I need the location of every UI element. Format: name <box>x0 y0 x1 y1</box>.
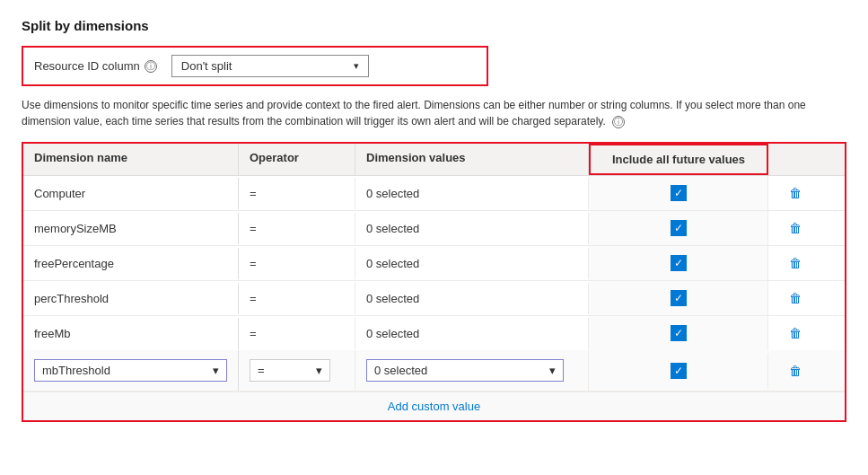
add-custom-link[interactable]: Add custom value <box>388 400 480 413</box>
row-1-delete: 🗑 <box>768 212 822 244</box>
resource-id-section: Resource ID column ⓘ Don't split ▾ <box>22 46 488 86</box>
last-table-row: mbThreshold ▾ = ▾ 0 selected ▾ 🗑 <box>23 350 845 391</box>
last-row-values-cell: 0 selected ▾ <box>355 350 589 391</box>
table-row: freeMb = 0 selected 🗑 <box>23 316 845 350</box>
description-text: Use dimensions to monitor specific time … <box>22 97 829 129</box>
row-3-operator: = <box>239 283 355 314</box>
row-3-delete: 🗑 <box>768 282 822 314</box>
row-2-include <box>589 246 768 280</box>
row-0-delete: 🗑 <box>768 177 822 209</box>
row-2-name: freePercentage <box>23 248 239 279</box>
last-row-include-cell <box>589 354 768 388</box>
row-4-values: 0 selected <box>355 318 589 349</box>
resource-id-label: Resource ID column ⓘ <box>34 59 157 73</box>
last-row-values-value: 0 selected <box>374 364 427 377</box>
resource-id-dropdown-arrow: ▾ <box>354 60 359 72</box>
row-0-operator: = <box>239 178 355 209</box>
last-row-values-arrow: ▾ <box>549 364 556 377</box>
last-row-name-arrow: ▾ <box>213 364 219 377</box>
header-delete <box>768 144 822 175</box>
row-2-delete: 🗑 <box>768 247 822 279</box>
row-2-delete-icon[interactable]: 🗑 <box>789 256 802 270</box>
last-row-delete-cell: 🗑 <box>768 355 822 387</box>
resource-id-info-icon[interactable]: ⓘ <box>145 60 157 73</box>
last-row-name-cell: mbThreshold ▾ <box>23 350 239 391</box>
row-0-delete-icon[interactable]: 🗑 <box>789 186 802 200</box>
row-3-checkbox[interactable] <box>671 290 687 306</box>
header-dimension-values: Dimension values <box>355 144 589 175</box>
row-4-include <box>589 316 768 350</box>
row-1-values: 0 selected <box>355 213 589 244</box>
table-row: memorySizeMB = 0 selected 🗑 <box>23 211 845 246</box>
last-row-operator-value: = <box>258 364 265 377</box>
description-info-icon[interactable]: ⓘ <box>612 116 625 128</box>
table-rows-container: Computer = 0 selected 🗑 memorySizeMB = 0… <box>23 176 845 350</box>
row-1-name: memorySizeMB <box>23 213 239 244</box>
last-row-checkbox[interactable] <box>671 363 687 379</box>
row-3-delete-icon[interactable]: 🗑 <box>789 291 802 305</box>
last-row-name-value: mbThreshold <box>42 364 110 377</box>
row-3-name: percThreshold <box>23 283 239 314</box>
resource-id-dropdown[interactable]: Don't split ▾ <box>171 55 369 77</box>
last-row-delete-icon[interactable]: 🗑 <box>789 364 802 378</box>
last-row-name-dropdown[interactable]: mbThreshold ▾ <box>34 359 227 382</box>
dimensions-table: Dimension name Operator Dimension values… <box>22 142 846 422</box>
table-header: Dimension name Operator Dimension values… <box>23 144 845 176</box>
header-include-all-future: Include all future values <box>589 144 768 175</box>
last-row-operator-arrow: ▾ <box>316 364 322 377</box>
row-4-delete: 🗑 <box>768 317 822 349</box>
row-4-delete-icon[interactable]: 🗑 <box>789 326 802 340</box>
table-row: percThreshold = 0 selected 🗑 <box>23 281 845 316</box>
resource-id-text: Resource ID column <box>34 59 140 73</box>
header-operator: Operator <box>239 144 355 175</box>
row-0-name: Computer <box>23 178 239 209</box>
row-4-name: freeMb <box>23 318 239 349</box>
last-row-operator-dropdown[interactable]: = ▾ <box>250 359 330 382</box>
row-4-checkbox[interactable] <box>671 325 687 341</box>
row-2-operator: = <box>239 248 355 279</box>
row-1-checkbox[interactable] <box>671 220 687 236</box>
last-row-operator-cell: = ▾ <box>239 350 355 391</box>
row-1-delete-icon[interactable]: 🗑 <box>789 221 802 235</box>
row-3-include <box>589 281 768 315</box>
table-row: Computer = 0 selected 🗑 <box>23 176 845 211</box>
row-0-checkbox[interactable] <box>671 185 687 201</box>
row-0-include <box>589 176 768 210</box>
last-row-values-dropdown[interactable]: 0 selected ▾ <box>366 359 564 382</box>
row-2-checkbox[interactable] <box>671 255 687 271</box>
resource-id-dropdown-value: Don't split <box>181 59 232 73</box>
row-2-values: 0 selected <box>355 248 589 279</box>
row-0-values: 0 selected <box>355 178 589 209</box>
table-row: freePercentage = 0 selected 🗑 <box>23 246 845 281</box>
row-4-operator: = <box>239 318 355 349</box>
header-dimension-name: Dimension name <box>23 144 239 175</box>
page-title: Split by dimensions <box>22 18 846 33</box>
row-3-values: 0 selected <box>355 283 589 314</box>
add-custom-row: Add custom value <box>23 391 845 420</box>
row-1-operator: = <box>239 213 355 244</box>
row-1-include <box>589 211 768 245</box>
